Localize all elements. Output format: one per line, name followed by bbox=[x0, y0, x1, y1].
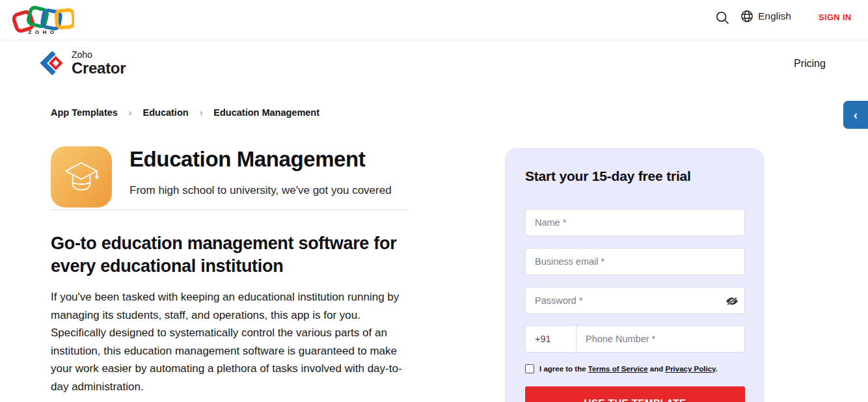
breadcrumb-education[interactable]: Education bbox=[143, 107, 189, 118]
language-label: English bbox=[758, 10, 791, 22]
phone-field: +91 bbox=[525, 325, 745, 353]
pricing-link[interactable]: Pricing bbox=[794, 58, 826, 70]
use-template-button[interactable]: USE THE TEMPLATE bbox=[525, 386, 745, 402]
free-trial-card: Start your 15-day free trial +91 I agree… bbox=[505, 148, 764, 402]
page-title: Education Management bbox=[129, 147, 365, 172]
agreement-period: . bbox=[716, 365, 718, 373]
page-subtitle: From high school to university, we've go… bbox=[129, 184, 392, 197]
terms-of-service-link[interactable]: Terms of Service bbox=[588, 365, 648, 373]
overview-heading: Go-to education management software for … bbox=[51, 232, 405, 278]
password-input[interactable] bbox=[525, 287, 745, 314]
trial-card-title: Start your 15-day free trial bbox=[525, 168, 691, 184]
section-divider bbox=[51, 209, 409, 210]
globe-icon bbox=[740, 10, 753, 23]
language-selector[interactable]: English bbox=[740, 10, 791, 23]
zoho-wordmark: ZOHO bbox=[28, 29, 57, 35]
business-email-input[interactable] bbox=[525, 248, 745, 275]
search-icon bbox=[716, 11, 729, 25]
overview-paragraph: If you've been tasked with keeping an ed… bbox=[51, 288, 416, 395]
terms-agreement-row: I agree to the Terms of Service and Priv… bbox=[525, 364, 718, 373]
breadcrumb-separator-icon: › bbox=[200, 107, 203, 118]
page: ZOHO English SIGN IN bbox=[0, 0, 868, 402]
password-visibility-toggle[interactable] bbox=[724, 295, 740, 307]
privacy-policy-link[interactable]: Privacy Policy bbox=[665, 365, 715, 373]
chevron-left-icon: ‹ bbox=[854, 108, 858, 122]
agreement-prefix: I agree to the bbox=[539, 365, 588, 373]
phone-number-input[interactable] bbox=[576, 326, 744, 352]
creator-brand-text: Zoho Creator bbox=[72, 50, 126, 77]
breadcrumb: App Templates › Education › Education Ma… bbox=[51, 107, 319, 118]
agree-checkbox[interactable] bbox=[525, 364, 534, 373]
country-code-select[interactable]: +91 bbox=[526, 326, 576, 352]
brand-zoho: Zoho bbox=[72, 50, 126, 60]
zoho-logo-icon: ZOHO bbox=[9, 4, 74, 35]
app-template-icon bbox=[51, 146, 112, 208]
breadcrumb-current-page: Education Management bbox=[213, 107, 319, 118]
breadcrumb-separator-icon: › bbox=[129, 107, 132, 118]
search-button[interactable] bbox=[716, 11, 729, 25]
graduation-cap-icon bbox=[60, 155, 103, 198]
side-panel-toggle[interactable]: ‹ bbox=[843, 101, 868, 129]
eye-off-icon bbox=[725, 296, 739, 306]
name-input[interactable] bbox=[525, 209, 745, 236]
breadcrumb-app-templates[interactable]: App Templates bbox=[51, 107, 118, 118]
creator-logo-icon bbox=[37, 48, 64, 78]
zoho-creator-logo[interactable]: Zoho Creator bbox=[37, 48, 126, 78]
top-navigation-bar: ZOHO English SIGN IN bbox=[0, 0, 868, 40]
zoho-logo[interactable]: ZOHO bbox=[9, 4, 74, 38]
agreement-text: I agree to the Terms of Service and Priv… bbox=[539, 365, 718, 373]
agreement-and: and bbox=[648, 365, 666, 373]
sign-in-link[interactable]: SIGN IN bbox=[819, 12, 852, 22]
brand-creator: Creator bbox=[72, 60, 126, 77]
